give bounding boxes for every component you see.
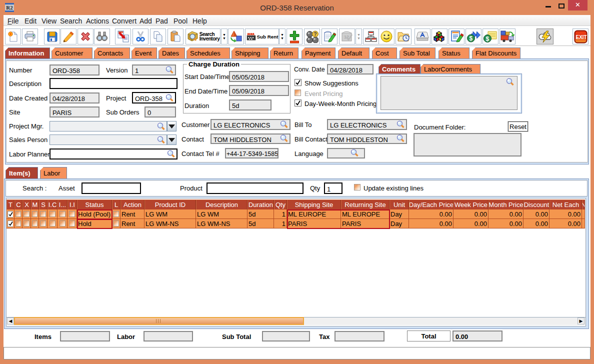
svg-text:EXIT: EXIT <box>576 34 586 40</box>
svg-text:$: $ <box>470 35 473 42</box>
svg-text:$: $ <box>486 36 490 42</box>
svg-text:?: ? <box>314 32 317 37</box>
